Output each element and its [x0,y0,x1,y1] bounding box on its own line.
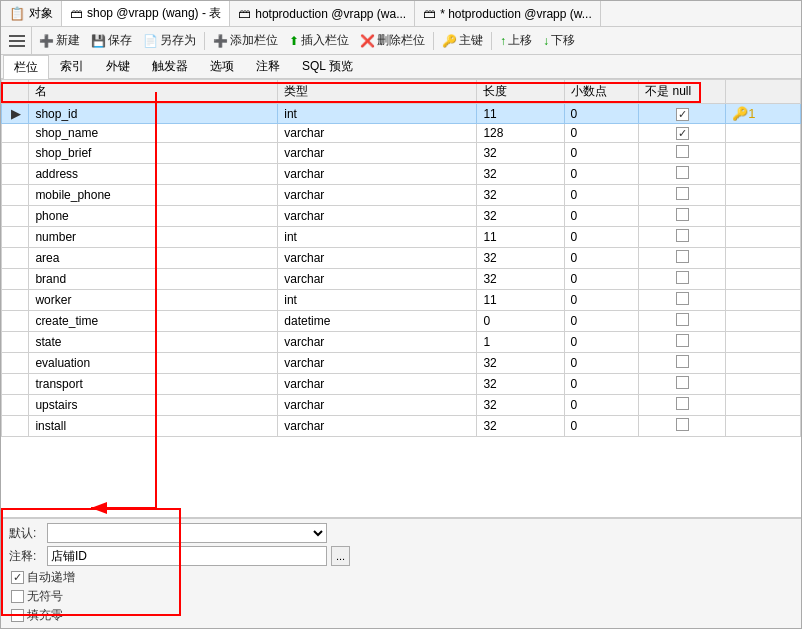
toolbar-btn-6[interactable]: 🔑主键 [437,30,488,51]
notnull-checkbox-7[interactable] [676,250,689,263]
field-name-6: number [29,227,278,248]
notnull-checkbox-13[interactable] [676,376,689,389]
table-row[interactable]: transportvarchar320 [2,374,801,395]
table-row[interactable]: statevarchar10 [2,332,801,353]
notnull-checkbox-8[interactable] [676,271,689,284]
table-row[interactable]: upstairsvarchar320 [2,395,801,416]
table-row[interactable]: brandvarchar320 [2,269,801,290]
field-notnull-14[interactable] [639,395,726,416]
field-notnull-15[interactable] [639,416,726,437]
toolbar-btn-8[interactable]: ↓下移 [538,30,580,51]
notnull-checkbox-12[interactable] [676,355,689,368]
title-tab-3[interactable]: 🗃* hotproduction @vrapp (w... [415,1,601,26]
toolbar-btn-4[interactable]: ⬆插入栏位 [284,30,354,51]
field-type-2: varchar [278,143,477,164]
tab-icon-3: 🗃 [423,6,436,21]
option-row-0[interactable]: 自动递增 [11,569,793,586]
table-row[interactable]: evaluationvarchar320 [2,353,801,374]
option-row-2[interactable]: 填充零 [11,607,793,624]
sub-tab-2[interactable]: 外键 [95,54,141,79]
toolbar-btn-2[interactable]: 📄另存为 [138,30,201,51]
sub-tab-5[interactable]: 注释 [245,54,291,79]
sub-tab-6[interactable]: SQL 预览 [291,54,364,79]
field-notnull-4[interactable] [639,185,726,206]
sub-tab-1[interactable]: 索引 [49,54,95,79]
sub-tab-0[interactable]: 栏位 [3,55,49,80]
notnull-checkbox-0[interactable] [676,108,689,121]
field-notnull-3[interactable] [639,164,726,185]
option-checkbox-0[interactable] [11,571,24,584]
toolbar-btn-3[interactable]: ➕添加栏位 [208,30,283,51]
title-tab-0[interactable]: 📋对象 [1,1,62,26]
sub-tab-4[interactable]: 选项 [199,54,245,79]
field-notnull-0[interactable] [639,104,726,124]
field-notnull-11[interactable] [639,332,726,353]
notnull-checkbox-4[interactable] [676,187,689,200]
field-notnull-8[interactable] [639,269,726,290]
notnull-checkbox-6[interactable] [676,229,689,242]
tab-label-1: shop @vrapp (wang) - 表 [87,5,221,22]
browse-button[interactable]: ... [331,546,350,566]
field-notnull-7[interactable] [639,248,726,269]
toolbar-btn-0[interactable]: ➕新建 [34,30,85,51]
table-row[interactable]: workerint110 [2,290,801,311]
table-row[interactable]: installvarchar320 [2,416,801,437]
table-row[interactable]: numberint110 [2,227,801,248]
table-row[interactable]: shop_briefvarchar320 [2,143,801,164]
table-row[interactable]: shop_namevarchar1280 [2,124,801,143]
col-header-3: 小数点 [564,80,639,104]
notnull-checkbox-3[interactable] [676,166,689,179]
toolbar-btn-1[interactable]: 💾保存 [86,30,137,51]
field-type-0: int [278,104,477,124]
option-checkbox-2[interactable] [11,609,24,622]
toolbar-label-1: 保存 [108,32,132,49]
option-row-1[interactable]: 无符号 [11,588,793,605]
field-name-10: create_time [29,311,278,332]
toolbar-label-6: 主键 [459,32,483,49]
field-notnull-5[interactable] [639,206,726,227]
notnull-checkbox-1[interactable] [676,127,689,140]
table-row[interactable]: ▶shop_idint110🔑1 [2,104,801,124]
field-notnull-13[interactable] [639,374,726,395]
field-decimal-13: 0 [564,374,639,395]
field-name-4: mobile_phone [29,185,278,206]
notnull-checkbox-9[interactable] [676,292,689,305]
field-name-3: address [29,164,278,185]
field-key-11 [726,332,801,353]
row-arrow-13 [2,374,29,395]
notnull-checkbox-15[interactable] [676,418,689,431]
table-row[interactable]: mobile_phonevarchar320 [2,185,801,206]
field-name-13: transport [29,374,278,395]
notnull-checkbox-5[interactable] [676,208,689,221]
title-tab-2[interactable]: 🗃hotproduction @vrapp (wa... [230,1,415,26]
field-notnull-2[interactable] [639,143,726,164]
field-name-9: worker [29,290,278,311]
col-header-2: 长度 [477,80,564,104]
menu-icon[interactable] [3,27,32,54]
sub-tab-3[interactable]: 触发器 [141,54,199,79]
title-tab-1[interactable]: 🗃shop @vrapp (wang) - 表 [62,1,230,26]
toolbar-btn-5[interactable]: ❌删除栏位 [355,30,430,51]
field-notnull-6[interactable] [639,227,726,248]
field-key-10 [726,311,801,332]
field-notnull-1[interactable] [639,124,726,143]
field-name-7: area [29,248,278,269]
field-type-5: varchar [278,206,477,227]
field-notnull-12[interactable] [639,353,726,374]
field-name-2: shop_brief [29,143,278,164]
default-select[interactable] [47,523,327,543]
notnull-checkbox-2[interactable] [676,145,689,158]
table-row[interactable]: phonevarchar320 [2,206,801,227]
notnull-checkbox-11[interactable] [676,334,689,347]
toolbar-btn-7[interactable]: ↑上移 [495,30,537,51]
field-notnull-10[interactable] [639,311,726,332]
table-row[interactable]: areavarchar320 [2,248,801,269]
table-row[interactable]: create_timedatetime00 [2,311,801,332]
field-notnull-9[interactable] [639,290,726,311]
option-checkbox-1[interactable] [11,590,24,603]
comment-input[interactable] [47,546,327,566]
notnull-checkbox-14[interactable] [676,397,689,410]
table-row[interactable]: addressvarchar320 [2,164,801,185]
notnull-checkbox-10[interactable] [676,313,689,326]
field-type-4: varchar [278,185,477,206]
